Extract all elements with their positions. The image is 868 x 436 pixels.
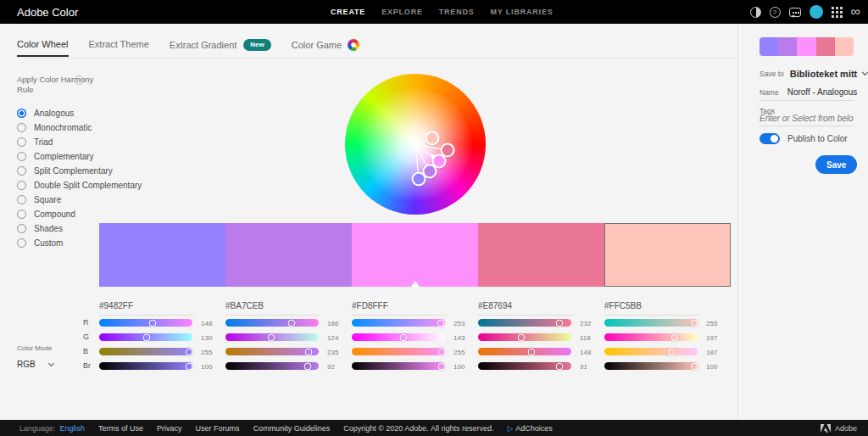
slider-b[interactable]	[604, 348, 698, 355]
slider-g[interactable]	[99, 333, 192, 341]
contrast-icon[interactable]	[750, 7, 761, 18]
slider-r[interactable]	[99, 319, 192, 327]
slider-thumb[interactable]	[556, 362, 564, 370]
radio-button[interactable]	[17, 224, 26, 233]
harmony-rule-compound[interactable]: Compound	[17, 207, 165, 221]
slider-thumb[interactable]	[670, 333, 678, 341]
feedback-icon[interactable]	[789, 8, 801, 17]
slider-thumb[interactable]	[437, 348, 445, 355]
slider-br[interactable]	[99, 362, 192, 370]
slider-g[interactable]	[225, 333, 319, 341]
radio-button[interactable]	[17, 137, 26, 147]
nav-trends[interactable]: TRENDS	[439, 8, 475, 16]
tab-extract-gradient[interactable]: Extract GradientNew	[170, 39, 271, 59]
hex-input[interactable]	[478, 301, 573, 316]
color-mode-select[interactable]: RGB	[17, 360, 53, 369]
strip-segment-3	[797, 37, 815, 56]
radio-button[interactable]	[17, 166, 26, 176]
harmony-rule-square[interactable]: Square	[17, 193, 165, 207]
slider-thumb[interactable]	[185, 362, 192, 370]
slider-br[interactable]	[604, 362, 698, 370]
slider-r[interactable]	[478, 319, 571, 327]
harmony-rule-double-split-complementary[interactable]: Double Split Complementary	[17, 178, 165, 193]
tags-input[interactable]	[760, 114, 854, 123]
radio-button[interactable]	[17, 181, 26, 190]
adchoices-link[interactable]: AdChoices	[507, 424, 552, 433]
radio-button[interactable]	[17, 195, 26, 204]
publish-toggle[interactable]	[760, 133, 780, 144]
harmony-rule-split-complementary[interactable]: Split Complementary	[17, 164, 165, 178]
slider-thumb[interactable]	[437, 362, 445, 370]
language-value[interactable]: English	[60, 424, 86, 433]
slider-g[interactable]	[604, 333, 698, 341]
slider-b[interactable]	[225, 348, 319, 355]
slider-br[interactable]	[225, 362, 319, 370]
harmony-rule-monochromatic[interactable]: Monochromatic	[17, 120, 165, 135]
tab-color-game[interactable]: Color Game	[292, 39, 359, 59]
slider-thumb[interactable]	[400, 333, 408, 341]
slider-thumb[interactable]	[556, 319, 564, 327]
hex-input[interactable]	[99, 301, 194, 316]
hex-input[interactable]	[352, 301, 447, 316]
slider-g[interactable]	[352, 333, 445, 341]
swatch-2[interactable]	[225, 223, 352, 287]
slider-thumb[interactable]	[267, 333, 275, 341]
wheel-handle-9482ff[interactable]	[412, 172, 426, 187]
footer-link-terms-of-use[interactable]: Terms of Use	[98, 424, 143, 433]
nav-create[interactable]: CREATE	[331, 8, 365, 16]
slider-thumb[interactable]	[528, 348, 536, 355]
creative-cloud-icon[interactable]	[851, 7, 860, 17]
swatch-5[interactable]	[604, 223, 731, 287]
radio-button[interactable]	[17, 152, 26, 161]
slider-thumb[interactable]	[304, 348, 312, 355]
slider-br[interactable]	[352, 362, 445, 370]
tab-extract-theme[interactable]: Extract Theme	[89, 39, 149, 57]
slider-b[interactable]	[478, 348, 571, 355]
theme-name-input[interactable]	[787, 87, 857, 97]
slider-thumb[interactable]	[690, 319, 698, 327]
nav-explore[interactable]: EXPLORE	[381, 8, 423, 16]
harmony-rule-triad[interactable]: Triad	[17, 135, 165, 149]
nav-my-libraries[interactable]: MY LIBRARIES	[491, 8, 554, 16]
help-icon[interactable]	[770, 7, 781, 18]
slider-thumb[interactable]	[518, 333, 526, 341]
harmony-rule-complementary[interactable]: Complementary	[17, 149, 165, 164]
slider-thumb[interactable]	[288, 319, 296, 327]
hex-input[interactable]	[225, 301, 320, 316]
slider-b[interactable]	[99, 348, 192, 355]
save-to-selector[interactable]: Save to Biblioteket mitt	[760, 69, 867, 79]
swatch-3[interactable]	[352, 223, 478, 287]
hex-input[interactable]	[604, 301, 699, 316]
tab-color-wheel[interactable]: Color Wheel	[17, 39, 69, 57]
footer-link-community-guidelines[interactable]: Community Guidelines	[253, 424, 331, 433]
radio-button[interactable]	[17, 123, 26, 132]
radio-button[interactable]	[17, 210, 26, 219]
wheel-handle-ffc5bb[interactable]	[426, 131, 440, 146]
harmony-help-icon[interactable]	[75, 75, 84, 85]
color-wheel[interactable]	[345, 74, 486, 215]
slider-thumb[interactable]	[667, 348, 675, 355]
swatch-4[interactable]	[478, 223, 604, 287]
slider-br[interactable]	[478, 362, 571, 370]
slider-r[interactable]	[352, 319, 445, 327]
slider-thumb[interactable]	[437, 319, 444, 327]
slider-thumb[interactable]	[304, 362, 312, 370]
slider-r[interactable]	[225, 319, 319, 327]
footer-link-privacy[interactable]: Privacy	[157, 424, 182, 433]
save-button[interactable]: Save	[815, 155, 857, 174]
radio-button[interactable]	[17, 238, 26, 248]
slider-thumb[interactable]	[185, 348, 192, 355]
radio-button[interactable]	[17, 109, 26, 118]
slider-thumb[interactable]	[149, 319, 157, 327]
slider-thumb[interactable]	[690, 362, 698, 370]
slider-thumb[interactable]	[142, 333, 150, 341]
slider-r[interactable]	[604, 319, 698, 327]
swatch-1[interactable]	[99, 223, 225, 287]
avatar[interactable]	[810, 5, 823, 19]
slider-b[interactable]	[352, 348, 445, 355]
app-title[interactable]: Adobe Color	[17, 6, 78, 19]
slider-g[interactable]	[478, 333, 571, 341]
apps-grid-icon[interactable]	[832, 7, 843, 18]
harmony-rule-analogous[interactable]: Analogous	[17, 106, 165, 120]
footer-link-user-forums[interactable]: User Forums	[196, 424, 240, 433]
